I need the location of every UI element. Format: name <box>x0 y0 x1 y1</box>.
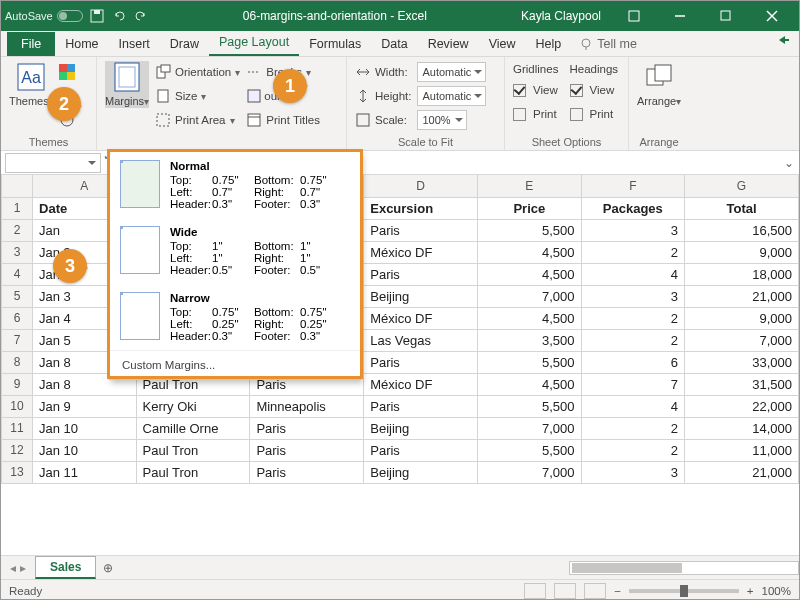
col-header-E[interactable]: E <box>478 175 582 197</box>
row-header[interactable]: 11 <box>2 417 33 439</box>
row-header[interactable]: 7 <box>2 329 33 351</box>
cell[interactable]: México DF <box>364 241 478 263</box>
select-all-corner[interactable] <box>2 175 33 197</box>
margins-option-wide[interactable]: Wide Top:1"Bottom:1" Left:1"Right:1" Hea… <box>110 218 360 284</box>
cell[interactable]: 9,000 <box>685 307 799 329</box>
custom-margins-button[interactable]: Custom Margins... <box>110 350 360 379</box>
height-select[interactable]: Automatic <box>417 86 486 106</box>
cell[interactable]: 4,500 <box>478 373 582 395</box>
cell[interactable]: Jan 10 <box>33 417 137 439</box>
cell[interactable]: 4,500 <box>478 263 582 285</box>
orientation-button[interactable]: Orientation▾ <box>155 61 240 83</box>
table-row[interactable]: 10Jan 9Kerry OkiMinneapolisParis5,500422… <box>2 395 799 417</box>
cell[interactable]: 2 <box>581 329 685 351</box>
tab-draw[interactable]: Draw <box>160 32 209 56</box>
cell[interactable]: Total <box>685 197 799 219</box>
horizontal-scrollbar[interactable] <box>569 561 799 575</box>
cell[interactable]: Minneapolis <box>250 395 364 417</box>
cell[interactable]: Paris <box>364 439 478 461</box>
undo-icon[interactable] <box>111 8 127 24</box>
row-header[interactable]: 8 <box>2 351 33 373</box>
cell[interactable]: México DF <box>364 373 478 395</box>
cell[interactable]: 3 <box>581 461 685 483</box>
cell[interactable]: Beijing <box>364 417 478 439</box>
margins-button[interactable]: Margins▾ <box>105 61 149 108</box>
cell[interactable]: Beijing <box>364 461 478 483</box>
cell[interactable]: Las Vegas <box>364 329 478 351</box>
ribbon-options-icon[interactable] <box>611 1 657 31</box>
page-break-view-button[interactable] <box>584 583 606 599</box>
cell[interactable]: 18,000 <box>685 263 799 285</box>
row-header[interactable]: 6 <box>2 307 33 329</box>
zoom-out-button[interactable]: − <box>614 585 621 597</box>
tab-view[interactable]: View <box>479 32 526 56</box>
scale-input[interactable]: 100% <box>417 110 467 130</box>
zoom-slider[interactable] <box>629 589 739 593</box>
cell[interactable]: Paul Tron <box>136 461 250 483</box>
margins-option-normal[interactable]: Normal Top:0.75"Bottom:0.75" Left:0.7"Ri… <box>110 152 360 218</box>
cell[interactable]: Paris <box>250 461 364 483</box>
autosave-toggle[interactable]: AutoSave <box>5 10 83 22</box>
cell[interactable]: Paris <box>250 417 364 439</box>
tab-data[interactable]: Data <box>371 32 417 56</box>
sheet-tab-sales[interactable]: Sales <box>35 556 96 579</box>
row-header[interactable]: 12 <box>2 439 33 461</box>
maximize-button[interactable] <box>703 1 749 31</box>
cell[interactable]: Excursion <box>364 197 478 219</box>
headings-print-checkbox[interactable]: Print <box>570 103 621 125</box>
cell[interactable]: 2 <box>581 307 685 329</box>
cell[interactable]: 5,500 <box>478 219 582 241</box>
cell[interactable]: Beijing <box>364 285 478 307</box>
tab-help[interactable]: Help <box>526 32 572 56</box>
margins-option-narrow[interactable]: Narrow Top:0.75"Bottom:0.75" Left:0.25"R… <box>110 284 360 350</box>
cell[interactable]: 11,000 <box>685 439 799 461</box>
redo-icon[interactable] <box>133 8 149 24</box>
cell[interactable]: 2 <box>581 241 685 263</box>
row-header[interactable]: 4 <box>2 263 33 285</box>
size-button[interactable]: Size▾ <box>155 85 240 107</box>
print-area-button[interactable]: Print Area▾ <box>155 109 240 131</box>
zoom-in-button[interactable]: + <box>747 585 754 597</box>
cell[interactable]: Packages <box>581 197 685 219</box>
colors-button[interactable] <box>59 61 75 83</box>
cell[interactable]: 5,500 <box>478 439 582 461</box>
row-header[interactable]: 1 <box>2 197 33 219</box>
add-sheet-button[interactable]: ⊕ <box>96 561 120 575</box>
page-layout-view-button[interactable] <box>554 583 576 599</box>
cell[interactable]: 22,000 <box>685 395 799 417</box>
cell[interactable]: 2 <box>581 439 685 461</box>
col-header-D[interactable]: D <box>364 175 478 197</box>
cell[interactable]: Camille Orne <box>136 417 250 439</box>
sheet-nav[interactable]: ◂ ▸ <box>1 561 35 575</box>
name-box[interactable] <box>5 153 101 173</box>
cell[interactable]: 14,000 <box>685 417 799 439</box>
minimize-button[interactable] <box>657 1 703 31</box>
cell[interactable]: 31,500 <box>685 373 799 395</box>
headings-view-checkbox[interactable]: View <box>570 79 621 101</box>
cell[interactable]: 3 <box>581 219 685 241</box>
tab-insert[interactable]: Insert <box>109 32 160 56</box>
arrange-button[interactable]: Arrange▾ <box>637 61 681 108</box>
cell[interactable]: 5,500 <box>478 395 582 417</box>
cell[interactable]: 9,000 <box>685 241 799 263</box>
cell[interactable]: 4,500 <box>478 241 582 263</box>
cell[interactable]: Paris <box>364 219 478 241</box>
row-header[interactable]: 2 <box>2 219 33 241</box>
save-icon[interactable] <box>89 8 105 24</box>
cell[interactable]: Paul Tron <box>136 439 250 461</box>
table-row[interactable]: 13Jan 11Paul TronParisBeijing7,000321,00… <box>2 461 799 483</box>
row-header[interactable]: 3 <box>2 241 33 263</box>
cell[interactable]: Paris <box>364 263 478 285</box>
cell[interactable]: 7,000 <box>478 417 582 439</box>
cell[interactable]: 3,500 <box>478 329 582 351</box>
row-header[interactable]: 9 <box>2 373 33 395</box>
tab-page-layout[interactable]: Page Layout <box>209 30 299 56</box>
tab-formulas[interactable]: Formulas <box>299 32 371 56</box>
cell[interactable]: 4 <box>581 395 685 417</box>
tab-review[interactable]: Review <box>418 32 479 56</box>
zoom-level[interactable]: 100% <box>762 585 791 597</box>
width-select[interactable]: Automatic <box>417 62 486 82</box>
cell[interactable]: Paris <box>250 439 364 461</box>
table-row[interactable]: 11Jan 10Camille OrneParisBeijing7,000214… <box>2 417 799 439</box>
cell[interactable]: 3 <box>581 285 685 307</box>
